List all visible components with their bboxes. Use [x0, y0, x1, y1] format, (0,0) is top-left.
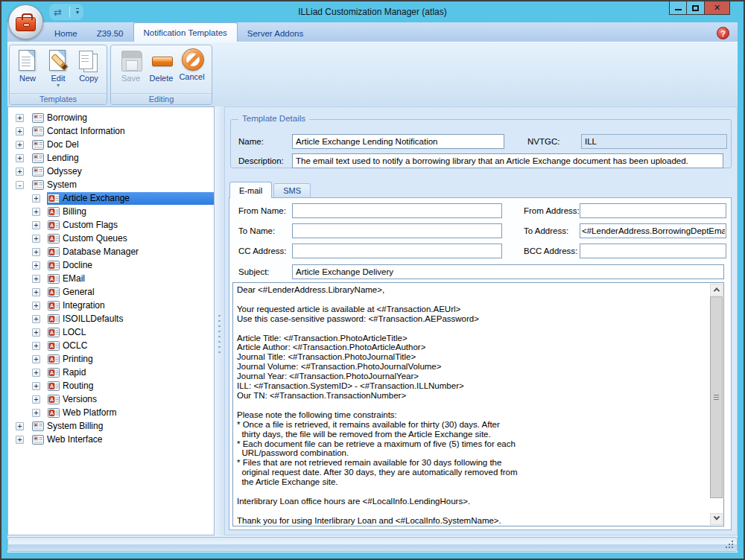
cc-address-field[interactable] — [292, 244, 502, 258]
tree-item-web-platform[interactable]: + — [8, 406, 214, 419]
tree-item-custom-queues[interactable]: + — [8, 232, 214, 245]
email-body-editor[interactable]: Dear <#LenderAddress.LibraryName>, Your … — [234, 284, 709, 525]
bcc-address-field[interactable] — [580, 244, 726, 258]
tree-item-printing[interactable]: + — [8, 352, 214, 366]
expand-toggle-icon[interactable]: + — [32, 382, 40, 390]
tree-item-locl[interactable]: + — [8, 325, 214, 339]
expand-toggle-icon[interactable]: + — [32, 221, 40, 229]
vertical-scrollbar[interactable] — [710, 284, 723, 525]
customization-manager-icon[interactable]: ⇄ — [54, 7, 62, 17]
expand-toggle-icon[interactable]: + — [16, 436, 24, 444]
scroll-up-button[interactable] — [710, 284, 723, 296]
expand-toggle-icon[interactable]: + — [16, 127, 24, 136]
expand-toggle-icon[interactable]: + — [32, 369, 40, 377]
cc-address-label: CC Address: — [238, 246, 287, 255]
tree-item-label: Article Exchange — [63, 193, 132, 204]
tree-item-custom-flags[interactable]: + — [8, 218, 214, 232]
expand-toggle-icon[interactable]: + — [32, 315, 40, 323]
expand-toggle-icon[interactable]: + — [32, 208, 40, 216]
tree-item-odyssey[interactable]: + — [8, 165, 214, 178]
expand-toggle-icon[interactable]: + — [32, 409, 40, 417]
cancel-button[interactable]: Cancel — [177, 47, 207, 93]
expand-toggle-icon[interactable]: + — [32, 355, 40, 363]
groupbox-legend: Template Details — [238, 114, 309, 123]
new-button[interactable]: New — [13, 47, 43, 93]
delete-button[interactable]: Delete — [146, 47, 177, 93]
expand-toggle-icon[interactable]: + — [16, 154, 24, 162]
tree-item-billing[interactable]: + — [8, 205, 214, 218]
tree-item-contact-information[interactable]: + — [8, 124, 214, 138]
tree-item-label: System Billing — [47, 421, 105, 432]
tree-item-rapid[interactable]: + — [8, 366, 214, 379]
name-label: Name: — [238, 137, 264, 146]
to-address-label: To Address: — [524, 226, 568, 235]
application-menu-button[interactable] — [8, 4, 43, 39]
tab-notification-templates[interactable]: Notification Templates — [133, 22, 238, 42]
help-button[interactable]: ? — [717, 27, 729, 39]
svg-text:A: A — [50, 276, 54, 281]
tree-item-web-interface[interactable]: + — [8, 433, 214, 446]
tree-item-routing[interactable]: + — [8, 379, 214, 392]
expand-toggle-icon[interactable]: + — [32, 194, 40, 203]
tree-item-oclc[interactable]: + — [8, 339, 214, 352]
tab-home[interactable]: Home — [45, 25, 87, 42]
email-tab-sms[interactable]: SMS — [273, 183, 311, 197]
scrollbar-thumb[interactable] — [710, 296, 723, 498]
tree-item-versions[interactable]: + — [8, 392, 214, 406]
scroll-down-button[interactable] — [710, 513, 723, 525]
panel-splitter[interactable] — [215, 106, 224, 535]
tab-z39-50[interactable]: Z39.50 — [87, 25, 133, 42]
tree-item-lending[interactable]: + — [8, 151, 214, 165]
tree-item-doc-del[interactable]: + — [8, 138, 214, 151]
expand-toggle-icon[interactable]: - — [16, 181, 24, 189]
svg-text:A: A — [50, 209, 54, 214]
expand-toggle-icon[interactable]: + — [16, 141, 24, 149]
maximize-button[interactable] — [687, 1, 705, 15]
resize-grip-icon[interactable] — [732, 547, 733, 548]
tree-item-label: Web Platform — [63, 407, 118, 419]
qat-overflow-button[interactable]: ▾ — [76, 8, 79, 16]
tree-item-docline[interactable]: + — [8, 258, 214, 272]
from-name-field[interactable] — [292, 203, 502, 218]
name-field[interactable] — [292, 134, 504, 149]
expand-toggle-icon[interactable]: + — [32, 342, 40, 350]
expand-toggle-icon[interactable]: + — [32, 235, 40, 243]
to-name-field[interactable] — [292, 223, 502, 238]
tab-server-addons[interactable]: Server Addons — [238, 25, 313, 42]
save-button[interactable]: Save — [115, 47, 146, 93]
delete-icon — [150, 48, 174, 72]
subject-field[interactable] — [292, 264, 724, 279]
tree-item-article-exchange[interactable]: + — [8, 191, 214, 205]
close-button[interactable]: ✕ — [705, 1, 730, 15]
tree-item-system-billing[interactable]: + — [8, 419, 214, 433]
expand-toggle-icon[interactable]: + — [32, 275, 40, 283]
expand-toggle-icon[interactable]: + — [16, 422, 24, 430]
save-floppy-icon — [119, 48, 143, 72]
tree-item-system[interactable]: - — [8, 178, 214, 191]
expand-toggle-icon[interactable]: + — [32, 261, 40, 270]
to-address-field[interactable] — [580, 223, 726, 238]
tree-item-label: System — [47, 179, 79, 191]
svg-text:A: A — [50, 263, 54, 268]
expand-toggle-icon[interactable]: + — [32, 395, 40, 404]
copy-button[interactable]: Copy — [74, 47, 104, 93]
tree-item-isoilldefaults[interactable]: + — [8, 312, 214, 325]
tree-item-general[interactable]: + — [8, 285, 214, 299]
expand-toggle-icon[interactable]: + — [32, 328, 40, 337]
expand-toggle-icon[interactable]: + — [32, 302, 40, 310]
description-field[interactable] — [292, 153, 723, 168]
expand-toggle-icon[interactable]: + — [32, 248, 40, 256]
tree-item-borrowing[interactable]: + — [8, 111, 214, 124]
expand-toggle-icon[interactable]: + — [32, 288, 40, 296]
email-tab-e-mail[interactable]: E-mail — [229, 182, 272, 198]
tree-item-integration[interactable]: + — [8, 299, 214, 312]
expand-toggle-icon[interactable]: + — [16, 114, 24, 122]
minimize-button[interactable] — [669, 1, 687, 15]
category-icon — [32, 167, 44, 176]
expand-toggle-icon[interactable]: + — [16, 168, 24, 176]
tree-item-email[interactable]: + — [8, 272, 214, 285]
tree-item-database-manager[interactable]: + — [8, 245, 214, 258]
edit-button[interactable]: Edit ▾ — [43, 47, 74, 93]
from-address-field[interactable] — [580, 203, 726, 218]
ribbon-tab-row: Home Z39.50 Notification Templates Serve… — [7, 22, 738, 42]
